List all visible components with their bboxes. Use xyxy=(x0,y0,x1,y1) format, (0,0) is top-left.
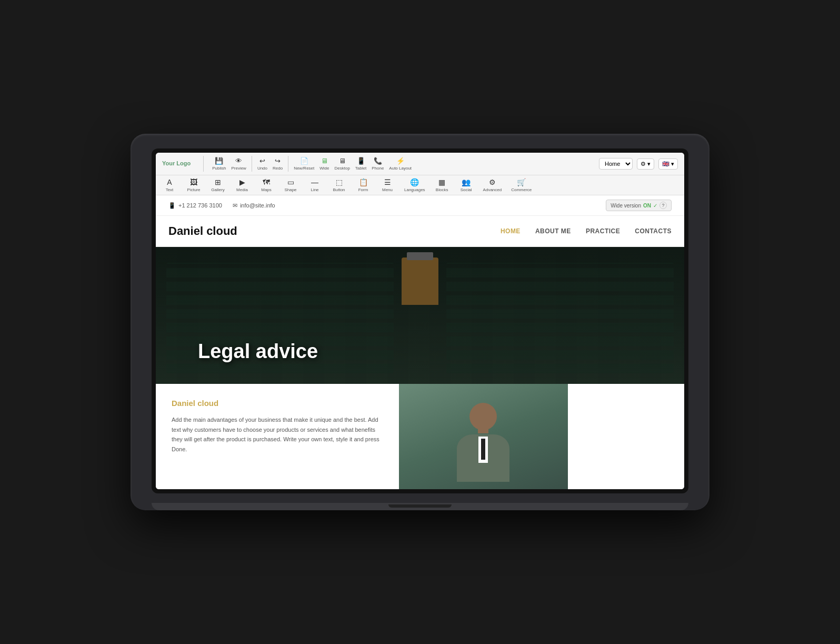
phone-icon: 📱 xyxy=(168,202,176,209)
tool-form[interactable]: 📋 Form xyxy=(356,178,371,192)
screen: Your Logo 💾 Publish 👁 Preview xyxy=(156,153,684,489)
tool-advanced[interactable]: ⚙ Advanced xyxy=(483,178,502,192)
shape-icon: ▭ xyxy=(287,178,294,186)
separator-1 xyxy=(203,156,204,172)
wide-button[interactable]: 🖥 Wide xyxy=(319,157,329,171)
tool-social[interactable]: 👥 Social xyxy=(459,178,474,192)
button-icon: ⬚ xyxy=(336,178,343,186)
publish-button[interactable]: 💾 Publish xyxy=(212,157,226,171)
wide-on-indicator: ON xyxy=(643,203,651,209)
social-icon: 👥 xyxy=(462,178,471,186)
new-reset-button[interactable]: 📄 New/Reset xyxy=(294,157,314,171)
bottom-section: Daniel cloud Add the main advantages of … xyxy=(156,384,684,489)
about-card-title: Daniel cloud xyxy=(172,399,383,408)
toolbar-row2: A Text 🖼 Picture ⊞ Gallery ▶ Media xyxy=(156,175,684,195)
tool-shape[interactable]: ▭ Shape xyxy=(283,178,298,192)
menu-icon: ☰ xyxy=(384,178,391,186)
auto-layout-button[interactable]: ⚡ Auto Layout xyxy=(389,157,412,171)
about-card-text: Add the main advantages of your business… xyxy=(172,415,383,454)
checkmark-icon: ✓ xyxy=(653,203,657,209)
gear-icon: ⚙ xyxy=(641,161,646,167)
hero-section: Legal advice xyxy=(156,247,684,384)
person-photo xyxy=(399,384,568,489)
phone-button[interactable]: 📞 Phone xyxy=(372,157,384,171)
tool-commerce[interactable]: 🛒 Commerce xyxy=(511,178,532,192)
undo-button[interactable]: ↩ Undo xyxy=(257,157,267,171)
toolbar-group-main: 💾 Publish 👁 Preview ↩ Undo xyxy=(212,156,412,172)
text-icon: A xyxy=(167,178,172,186)
email-icon: ✉ xyxy=(233,202,237,209)
media-icon: ▶ xyxy=(239,178,245,186)
site-logo: Daniel cloud xyxy=(168,224,501,238)
language-button[interactable]: 🇬🇧 ▾ xyxy=(658,158,678,170)
settings-button[interactable]: ⚙ ▾ xyxy=(637,158,654,170)
settings-arrow: ▾ xyxy=(647,161,651,167)
logo-area: Your Logo xyxy=(162,160,191,167)
maps-icon: 🗺 xyxy=(263,178,270,186)
laptop-base xyxy=(152,503,688,510)
toolbar-row1: Your Logo 💾 Publish 👁 Preview xyxy=(156,153,684,175)
phone-contact: 📱 +1 212 736 3100 xyxy=(168,202,222,209)
nav-practice[interactable]: PRACTICE xyxy=(586,227,620,235)
hero-title: Legal advice xyxy=(198,340,318,363)
redo-button[interactable]: ↪ Redo xyxy=(273,157,283,171)
tool-line[interactable]: — Line xyxy=(307,178,322,192)
nav-about[interactable]: ABOUT ME xyxy=(535,227,571,235)
languages-icon: 🌐 xyxy=(410,178,419,186)
picture-icon: 🖼 xyxy=(190,178,197,186)
flag-icon: 🇬🇧 xyxy=(662,161,669,167)
site-topbar: 📱 +1 212 736 3100 ✉ info@site.info Wide … xyxy=(156,195,684,216)
hero-background xyxy=(156,247,684,384)
site-header: Daniel cloud HOME ABOUT ME PRACTICE CONT… xyxy=(156,216,684,247)
tool-media[interactable]: ▶ Media xyxy=(235,178,249,192)
nav-home[interactable]: HOME xyxy=(501,227,521,235)
commerce-icon: 🛒 xyxy=(517,178,526,186)
tool-button[interactable]: ⬚ Button xyxy=(332,178,346,192)
person-silhouette xyxy=(399,384,568,489)
separator-2 xyxy=(252,156,252,172)
tool-languages[interactable]: 🌐 Languages xyxy=(404,178,425,192)
wide-version-badge: Wide version ON ✓ ? xyxy=(606,200,672,211)
separator-3 xyxy=(288,156,288,172)
help-icon[interactable]: ? xyxy=(659,202,667,209)
lang-arrow: ▾ xyxy=(671,161,674,167)
tool-blocks[interactable]: ▦ Blocks xyxy=(435,178,449,192)
tool-gallery[interactable]: ⊞ Gallery xyxy=(211,178,225,192)
tool-picture[interactable]: 🖼 Picture xyxy=(186,178,201,192)
right-white-card xyxy=(568,384,684,489)
toolbar-right: Home ⚙ ▾ 🇬🇧 ▾ xyxy=(599,158,678,170)
form-icon: 📋 xyxy=(359,178,368,186)
laptop-frame: Your Logo 💾 Publish 👁 Preview xyxy=(131,134,709,510)
preview-button[interactable]: 👁 Preview xyxy=(231,157,246,171)
email-contact: ✉ info@site.info xyxy=(233,202,275,209)
nav-contacts[interactable]: CONTACTS xyxy=(635,227,672,235)
page-selector[interactable]: Home xyxy=(599,158,633,170)
advanced-icon: ⚙ xyxy=(489,178,496,186)
about-card: Daniel cloud Add the main advantages of … xyxy=(156,384,399,489)
tablet-button[interactable]: 📱 Tablet xyxy=(355,157,366,171)
desktop-button[interactable]: 🖥 Desktop xyxy=(335,157,350,171)
editor-logo: Your Logo xyxy=(162,160,191,167)
tool-menu[interactable]: ☰ Menu xyxy=(380,178,395,192)
blocks-icon: ▦ xyxy=(438,178,445,186)
tool-text[interactable]: A Text xyxy=(162,178,177,192)
site-nav: HOME ABOUT ME PRACTICE CONTACTS xyxy=(501,227,672,235)
gallery-icon: ⊞ xyxy=(215,178,221,186)
laptop-bottom-bezel xyxy=(152,493,688,503)
tool-maps[interactable]: 🗺 Maps xyxy=(259,178,274,192)
line-icon: — xyxy=(311,178,318,186)
screen-bezel: Your Logo 💾 Publish 👁 Preview xyxy=(152,148,688,493)
laptop-outer: Your Logo 💾 Publish 👁 Preview xyxy=(131,134,709,510)
